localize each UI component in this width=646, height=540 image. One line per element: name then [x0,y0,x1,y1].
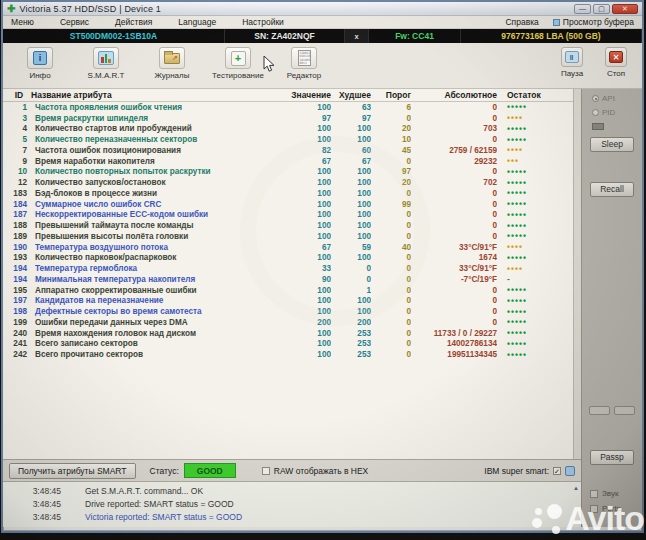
attr-absolute: 11733 / 0 / 29227 [411,329,497,338]
recall-button[interactable]: Recall [590,182,634,197]
attr-absolute: 19951134345 [411,350,497,359]
small-button-right[interactable] [614,406,635,415]
menu-item-actions[interactable]: Действия [115,17,152,27]
attr-worst: 253 [331,350,371,359]
avito-text: Avito [565,499,644,538]
small-button-left[interactable] [589,406,610,415]
api-radio[interactable] [592,95,599,102]
menu-item-help[interactable]: Справка [505,17,538,27]
testing-button[interactable]: + Тестирование [207,47,269,80]
col-absolute[interactable]: Абсолютное [411,90,497,100]
status-led [592,123,604,130]
table-row[interactable]: 242 Всего прочитано секторов 100 253 0 1… [3,349,581,360]
info-button[interactable]: i Инфо [9,47,71,80]
stop-button[interactable]: ✕ Стоп [596,47,636,78]
table-row[interactable]: 184 Суммарное число ошибок CRC 100 100 9… [3,199,581,210]
menu-item-menu[interactable]: Меню [11,17,34,27]
pause-button[interactable]: ‖ Пауза [552,47,592,78]
table-scrollbar[interactable] [573,89,581,459]
ibm-checkbox[interactable]: ✓ [553,467,561,475]
attr-remains-dots: ••••• [497,102,569,112]
menu-item-service[interactable]: Сервис [60,17,89,27]
avito-logo-icon [532,504,562,534]
attr-worst: 1 [331,286,371,295]
raw-hex-checkbox[interactable] [262,467,270,475]
attr-id: 242 [7,350,31,359]
table-row[interactable]: 9 Время наработки накопителя 67 67 0 292… [3,156,581,167]
menu-item-language[interactable]: Language [178,17,216,27]
table-row[interactable]: 187 Нескорректированные ECC-кодом ошибки… [3,210,581,221]
table-row[interactable]: 7 Частота ошибок позиционирования 82 60 … [3,145,581,156]
table-row[interactable]: 197 Кандидатов на переназначение 100 100… [3,296,581,307]
table-row[interactable]: 1 Частота проявления ошибок чтения 100 6… [3,102,581,113]
smart-table: ID Название атрибута Значение Худшее Пор… [3,89,581,459]
close-button[interactable]: ✕ [612,4,638,14]
attr-remains-dots: •••• [497,145,569,155]
col-worst[interactable]: Худшее [331,90,371,100]
table-row[interactable]: 195 Аппаратно скорректированные ошибки 1… [3,285,581,296]
plus-icon: + [231,51,246,66]
table-row[interactable]: 10 Количество повторных попыток раскрутк… [3,167,581,178]
pid-radio-row[interactable]: PID [592,108,642,117]
smart-button[interactable]: S.M.A.R.T [75,47,137,80]
pause-icon: ‖ [565,51,579,63]
sound-checkbox[interactable] [590,490,598,498]
attr-absolute: 0 [411,135,497,144]
attr-worst: 253 [331,339,371,348]
table-row[interactable]: 241 Всего записано секторов 100 253 0 14… [3,339,581,350]
table-row[interactable]: 188 Превышений таймаута после команды 10… [3,220,581,231]
attr-remains-dots: ••••• [497,124,569,134]
buffer-view-button[interactable]: Просмотр буфера [553,17,634,27]
attr-name: Бэд-блоков в процессе жизни [31,189,287,198]
col-value[interactable]: Значение [287,90,331,100]
sleep-button[interactable]: Sleep [590,137,634,152]
drive-model[interactable]: ST500DM002-1SB10A [3,29,225,43]
table-row[interactable]: 4 Количество стартов или пробуждений 100… [3,124,581,135]
mouse-cursor [263,55,275,77]
attr-value: 97 [287,114,331,123]
table-row[interactable]: 240 Время нахождения головок над диском … [3,328,581,339]
table-row[interactable]: 198 Дефектные секторы во время самотеста… [3,306,581,317]
ibm-blue-button[interactable] [565,466,575,476]
col-name[interactable]: Название атрибута [31,90,287,100]
col-threshold[interactable]: Порог [371,90,411,100]
table-row[interactable]: 190 Температура воздушного потока 67 59 … [3,242,581,253]
col-id[interactable]: ID [7,90,31,100]
menu-bar: Меню Сервис Действия Language Настройки … [3,16,642,29]
table-row[interactable]: 193 Количество парковок/распарковок 100 … [3,253,581,264]
table-row[interactable]: 194 Минимальная температура накопителя 9… [3,274,581,285]
table-row[interactable]: 189 Превышения высоты полёта головки 100… [3,231,581,242]
drive-close-chip[interactable]: x [345,29,369,43]
log-scroll-up-icon[interactable]: ▲ [573,485,579,491]
avito-watermark: Avito [532,499,644,538]
log-panel: 3:48:45 Get S.M.A.R.T. command... OK 3:4… [3,481,581,527]
attr-worst: 100 [331,232,371,241]
editor-button[interactable]: 110011 010110 101001 0011 Редактор [273,47,335,80]
table-row[interactable]: 194 Температура гермоблока 33 0 0 33°C/9… [3,263,581,274]
table-row[interactable]: 183 Бэд-блоков в процессе жизни 100 100 … [3,188,581,199]
col-remains[interactable]: Остаток [497,90,569,100]
passp-button[interactable]: Passp [590,450,634,465]
attr-value: 100 [287,339,331,348]
minimize-button[interactable]: — [574,4,591,14]
get-smart-button[interactable]: Получить атрибуты SMART [9,463,136,479]
attr-id: 194 [7,275,31,284]
table-row[interactable]: 12 Количество запусков/остановок 100 100… [3,177,581,188]
maximize-button[interactable]: ▢ [593,4,610,14]
menu-item-settings[interactable]: Настройки [242,17,284,27]
journals-button[interactable]: Журналы [141,47,203,80]
table-row[interactable]: 5 Количество переназначенных секторов 10… [3,134,581,145]
table-row[interactable]: 199 Ошибки передачи данных через DMA 200… [3,317,581,328]
editor-label: Редактор [287,71,321,80]
attr-remains-dots: ••••• [497,307,569,317]
table-row[interactable]: 3 Время раскрутки шпинделя 97 97 0 0 •••… [3,113,581,124]
pause-label: Пауза [561,69,583,78]
sound-toggle[interactable]: Звук [590,489,618,498]
attr-id: 9 [7,157,31,166]
attr-name: Количество парковок/распарковок [31,253,287,262]
raw-hex-toggle[interactable]: RAW отображать в HEX [262,466,369,476]
api-radio-row[interactable]: API [592,94,642,103]
attr-threshold: 40 [371,243,411,252]
attr-remains-dots: ••••• [497,188,569,198]
pid-radio[interactable] [592,109,599,116]
